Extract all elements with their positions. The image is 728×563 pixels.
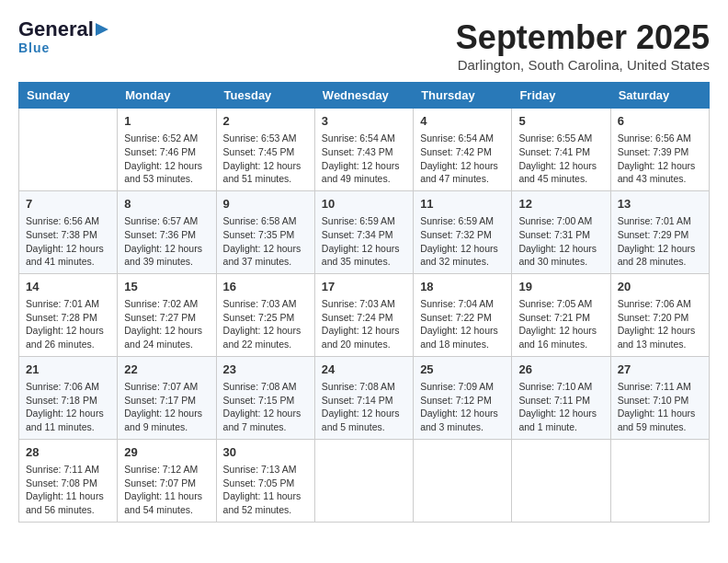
day-number: 28 <box>26 444 110 461</box>
day-info: Sunrise: 7:08 AM Sunset: 7:14 PM Dayligh… <box>322 380 406 434</box>
day-number: 24 <box>322 362 406 378</box>
day-number: 2 <box>223 113 308 130</box>
calendar-week-row: 7Sunrise: 6:56 AM Sunset: 7:38 PM Daylig… <box>19 190 710 273</box>
calendar-table: SundayMondayTuesdayWednesdayThursdayFrid… <box>18 82 710 523</box>
day-header-tuesday: Tuesday <box>216 83 314 109</box>
day-info: Sunrise: 7:01 AM Sunset: 7:28 PM Dayligh… <box>26 297 110 351</box>
calendar-cell: 10Sunrise: 6:59 AM Sunset: 7:34 PM Dayli… <box>314 190 413 273</box>
day-header-monday: Monday <box>118 83 216 109</box>
day-number: 27 <box>618 362 702 378</box>
day-number: 29 <box>124 444 209 461</box>
day-info: Sunrise: 7:12 AM Sunset: 7:07 PM Dayligh… <box>124 463 209 517</box>
calendar-cell: 19Sunrise: 7:05 AM Sunset: 7:21 PM Dayli… <box>512 273 610 356</box>
calendar-cell: 25Sunrise: 7:09 AM Sunset: 7:12 PM Dayli… <box>414 356 512 439</box>
calendar-cell <box>19 109 118 191</box>
calendar-week-row: 1Sunrise: 6:52 AM Sunset: 7:46 PM Daylig… <box>19 109 710 191</box>
day-info: Sunrise: 7:01 AM Sunset: 7:29 PM Dayligh… <box>618 214 702 269</box>
calendar-cell: 24Sunrise: 7:08 AM Sunset: 7:14 PM Dayli… <box>314 356 413 439</box>
calendar-cell: 27Sunrise: 7:11 AM Sunset: 7:10 PM Dayli… <box>610 356 709 439</box>
day-info: Sunrise: 7:04 AM Sunset: 7:22 PM Dayligh… <box>420 297 505 351</box>
day-number: 23 <box>223 362 308 378</box>
day-info: Sunrise: 6:56 AM Sunset: 7:39 PM Dayligh… <box>618 132 702 186</box>
day-info: Sunrise: 6:52 AM Sunset: 7:46 PM Dayligh… <box>124 132 209 186</box>
day-number: 13 <box>618 196 702 213</box>
day-number: 11 <box>420 196 505 213</box>
calendar-cell: 29Sunrise: 7:12 AM Sunset: 7:07 PM Dayli… <box>118 439 216 522</box>
calendar-cell: 6Sunrise: 6:56 AM Sunset: 7:39 PM Daylig… <box>610 109 709 191</box>
day-header-sunday: Sunday <box>19 83 118 109</box>
title-block: September 2025 Darlington, South Carolin… <box>456 18 710 73</box>
day-info: Sunrise: 6:59 AM Sunset: 7:32 PM Dayligh… <box>420 214 505 269</box>
calendar-cell <box>314 439 413 522</box>
calendar-cell: 13Sunrise: 7:01 AM Sunset: 7:29 PM Dayli… <box>610 190 709 273</box>
location: Darlington, South Carolina, United State… <box>456 57 710 73</box>
calendar-cell: 9Sunrise: 6:58 AM Sunset: 7:35 PM Daylig… <box>216 190 314 273</box>
calendar-week-row: 14Sunrise: 7:01 AM Sunset: 7:28 PM Dayli… <box>19 273 710 356</box>
day-info: Sunrise: 6:57 AM Sunset: 7:36 PM Dayligh… <box>124 214 209 269</box>
day-header-saturday: Saturday <box>610 83 709 109</box>
day-number: 6 <box>618 113 702 130</box>
day-number: 4 <box>420 113 505 130</box>
day-number: 26 <box>518 362 603 378</box>
calendar-cell: 4Sunrise: 6:54 AM Sunset: 7:42 PM Daylig… <box>414 109 512 191</box>
calendar-cell: 28Sunrise: 7:11 AM Sunset: 7:08 PM Dayli… <box>19 439 118 522</box>
calendar-cell: 15Sunrise: 7:02 AM Sunset: 7:27 PM Dayli… <box>118 273 216 356</box>
day-number: 3 <box>322 113 406 130</box>
day-info: Sunrise: 7:03 AM Sunset: 7:24 PM Dayligh… <box>322 297 406 351</box>
day-header-friday: Friday <box>512 83 610 109</box>
day-header-wednesday: Wednesday <box>314 83 413 109</box>
calendar-cell: 17Sunrise: 7:03 AM Sunset: 7:24 PM Dayli… <box>314 273 413 356</box>
calendar-cell <box>512 439 610 522</box>
calendar-cell: 7Sunrise: 6:56 AM Sunset: 7:38 PM Daylig… <box>19 190 118 273</box>
day-info: Sunrise: 6:59 AM Sunset: 7:34 PM Dayligh… <box>322 214 406 269</box>
day-info: Sunrise: 7:10 AM Sunset: 7:11 PM Dayligh… <box>518 380 603 434</box>
logo-icon <box>96 23 108 36</box>
day-info: Sunrise: 6:58 AM Sunset: 7:35 PM Dayligh… <box>223 214 308 269</box>
day-number: 8 <box>124 196 209 213</box>
month-title: September 2025 <box>456 18 710 57</box>
day-number: 18 <box>420 279 505 295</box>
day-info: Sunrise: 7:06 AM Sunset: 7:20 PM Dayligh… <box>618 297 702 351</box>
day-number: 19 <box>518 279 603 295</box>
calendar-cell: 16Sunrise: 7:03 AM Sunset: 7:25 PM Dayli… <box>216 273 314 356</box>
logo: General Blue <box>18 18 108 55</box>
calendar-cell: 5Sunrise: 6:55 AM Sunset: 7:41 PM Daylig… <box>512 109 610 191</box>
calendar-cell: 3Sunrise: 6:54 AM Sunset: 7:43 PM Daylig… <box>314 109 413 191</box>
calendar-cell: 8Sunrise: 6:57 AM Sunset: 7:36 PM Daylig… <box>118 190 216 273</box>
day-number: 25 <box>420 362 505 378</box>
calendar-cell: 23Sunrise: 7:08 AM Sunset: 7:15 PM Dayli… <box>216 356 314 439</box>
calendar-cell: 20Sunrise: 7:06 AM Sunset: 7:20 PM Dayli… <box>610 273 709 356</box>
day-info: Sunrise: 7:09 AM Sunset: 7:12 PM Dayligh… <box>420 380 505 434</box>
day-header-thursday: Thursday <box>414 83 512 109</box>
calendar-cell: 11Sunrise: 6:59 AM Sunset: 7:32 PM Dayli… <box>414 190 512 273</box>
day-info: Sunrise: 7:13 AM Sunset: 7:05 PM Dayligh… <box>223 463 308 517</box>
calendar-cell: 22Sunrise: 7:07 AM Sunset: 7:17 PM Dayli… <box>118 356 216 439</box>
day-info: Sunrise: 6:54 AM Sunset: 7:42 PM Dayligh… <box>420 132 505 186</box>
page-header: General Blue September 2025 Darlington, … <box>18 18 710 73</box>
calendar-cell: 12Sunrise: 7:00 AM Sunset: 7:31 PM Dayli… <box>512 190 610 273</box>
day-number: 9 <box>223 196 308 213</box>
day-info: Sunrise: 7:11 AM Sunset: 7:10 PM Dayligh… <box>618 380 702 434</box>
day-number: 22 <box>124 362 209 378</box>
calendar-week-row: 28Sunrise: 7:11 AM Sunset: 7:08 PM Dayli… <box>19 439 710 522</box>
day-info: Sunrise: 6:55 AM Sunset: 7:41 PM Dayligh… <box>518 132 603 186</box>
day-info: Sunrise: 6:56 AM Sunset: 7:38 PM Dayligh… <box>26 214 110 269</box>
day-info: Sunrise: 7:03 AM Sunset: 7:25 PM Dayligh… <box>223 297 308 351</box>
calendar-cell <box>610 439 709 522</box>
calendar-cell: 18Sunrise: 7:04 AM Sunset: 7:22 PM Dayli… <box>414 273 512 356</box>
day-number: 30 <box>223 444 308 461</box>
calendar-cell <box>414 439 512 522</box>
day-number: 17 <box>322 279 406 295</box>
calendar-cell: 21Sunrise: 7:06 AM Sunset: 7:18 PM Dayli… <box>19 356 118 439</box>
day-info: Sunrise: 7:08 AM Sunset: 7:15 PM Dayligh… <box>223 380 308 434</box>
day-info: Sunrise: 6:53 AM Sunset: 7:45 PM Dayligh… <box>223 132 308 186</box>
day-number: 16 <box>223 279 308 295</box>
day-info: Sunrise: 6:54 AM Sunset: 7:43 PM Dayligh… <box>322 132 406 186</box>
day-number: 1 <box>124 113 209 130</box>
day-number: 5 <box>518 113 603 130</box>
calendar-cell: 14Sunrise: 7:01 AM Sunset: 7:28 PM Dayli… <box>19 273 118 356</box>
day-number: 10 <box>322 196 406 213</box>
day-number: 7 <box>26 196 110 213</box>
day-info: Sunrise: 7:02 AM Sunset: 7:27 PM Dayligh… <box>124 297 209 351</box>
calendar-cell: 26Sunrise: 7:10 AM Sunset: 7:11 PM Dayli… <box>512 356 610 439</box>
